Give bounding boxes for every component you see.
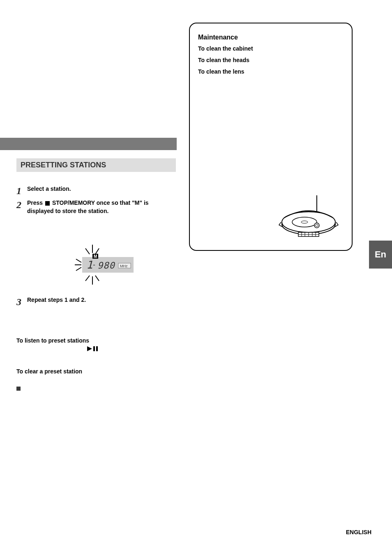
lcd-display-illustration: 1 M - 980 MHz	[74, 243, 136, 288]
clean-lens-heading: To clean the lens	[198, 68, 344, 75]
svg-point-24	[301, 221, 308, 223]
svg-text:-: -	[93, 261, 95, 269]
step-3: 3 Repeat steps 1 and 2.	[16, 296, 177, 310]
clear-heading: To clear a preset station	[16, 368, 177, 375]
listen-heading: To listen to preset stations	[16, 337, 177, 344]
svg-line-7	[76, 259, 81, 262]
svg-point-26	[316, 224, 318, 227]
device-lens-illustration	[278, 193, 339, 243]
clear-preset-section: To clear a preset station	[16, 368, 177, 376]
step-text: Repeat steps 1 and 2.	[27, 296, 177, 304]
step-number: 3	[16, 296, 27, 307]
stop-icon	[45, 201, 50, 206]
language-tab: En	[369, 241, 392, 269]
svg-line-2	[95, 248, 99, 254]
step-1: 1 Select a station.	[16, 185, 177, 196]
svg-line-8	[76, 267, 81, 271]
maintenance-box: Maintenance To clean the cabinet To clea…	[189, 23, 353, 251]
svg-text:980: 980	[97, 260, 115, 271]
svg-rect-18	[96, 346, 98, 351]
preset-digit: 1	[86, 259, 93, 271]
svg-rect-17	[93, 346, 95, 351]
svg-line-5	[95, 276, 99, 281]
svg-marker-16	[87, 346, 92, 351]
clean-heads-heading: To clean the heads	[198, 57, 344, 63]
step-text: Press STOP/MEMORY once so that "M" is di…	[27, 199, 177, 215]
gray-divider-bar	[0, 138, 177, 150]
step-text: Select a station.	[27, 185, 177, 193]
clean-cabinet-heading: To clean the cabinet	[198, 45, 344, 52]
footer-language: ENGLISH	[346, 529, 371, 535]
listen-preset-section: To listen to preset stations	[16, 337, 177, 353]
svg-text:M: M	[94, 254, 97, 259]
stop-icon-small	[16, 387, 21, 391]
section-header-presetting: PRESETTING STATIONS	[16, 158, 176, 172]
play-pause-icon	[87, 346, 99, 353]
svg-line-4	[85, 276, 90, 281]
steps-list: 1 Select a station. 2 Press STOP/MEMORY …	[16, 185, 177, 218]
step-number: 2	[16, 199, 27, 210]
step-2: 2 Press STOP/MEMORY once so that "M" is …	[16, 199, 177, 215]
step-number: 1	[16, 185, 27, 196]
svg-text:MHz: MHz	[120, 264, 128, 268]
svg-line-1	[85, 248, 90, 254]
maintenance-title: Maintenance	[198, 34, 344, 41]
